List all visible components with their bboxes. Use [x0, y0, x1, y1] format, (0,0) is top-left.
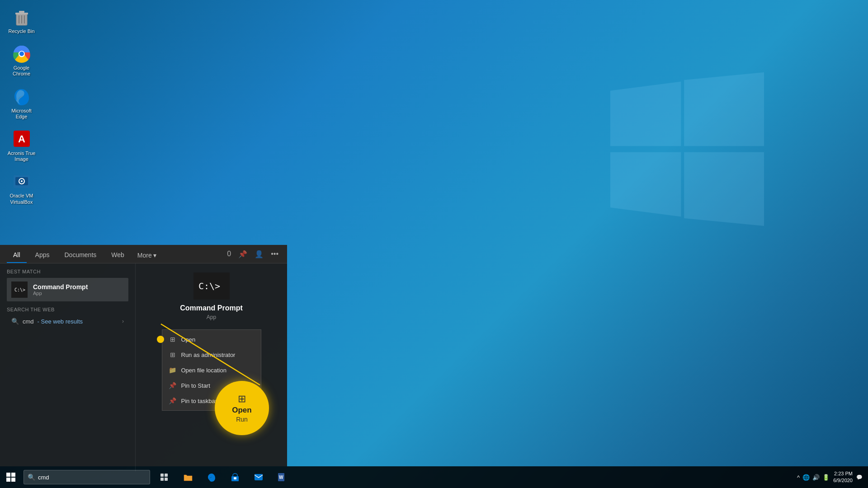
microsoft-edge-label: Microsoft Edge — [7, 108, 36, 120]
battery-icon[interactable]: 🔋 — [822, 474, 830, 481]
right-panel: C:\> Command Prompt App ⊞ Open ⊞ — [136, 263, 287, 471]
svg-rect-28 — [11, 478, 15, 482]
desktop-icons: Recycle Bin Google Chrome — [5, 5, 38, 207]
recycle-bin-label: Recycle Bin — [8, 28, 34, 34]
open-callout: ⊞ Open Run — [215, 381, 269, 435]
cmd-icon-large: C:\> — [193, 272, 230, 300]
word-taskbar-icon: W — [278, 473, 287, 482]
folder-icon: 📁 — [169, 366, 177, 374]
cmd-icon-small: C:\> — [11, 282, 28, 298]
svg-rect-29 — [160, 474, 164, 477]
taskbar-search-icon: 🔍 — [28, 474, 35, 481]
callout-open-label: Open — [232, 406, 251, 415]
edge-svg — [13, 87, 31, 105]
search-web-label: Search the web — [7, 307, 128, 312]
svg-point-13 — [19, 52, 24, 56]
app-type: App — [33, 291, 88, 296]
pin-taskbar-icon: 📌 — [169, 397, 177, 404]
feedback-icon[interactable]: 📌 — [236, 249, 249, 259]
svg-rect-27 — [6, 478, 10, 482]
filter-tabs: All Apps Documents Web More ▾ 0 📌 👤 ••• — [0, 245, 287, 263]
desktop: Recycle Bin Google Chrome — [0, 0, 868, 488]
mail-taskbar-icon — [254, 474, 263, 481]
svg-rect-30 — [165, 474, 168, 477]
taskbar-right: ^ 🌐 🔊 🔋 2:23 PM 6/9/2020 💬 — [797, 470, 868, 484]
search-count-badge: 0 — [225, 249, 233, 259]
callout-run-label: Run — [236, 416, 248, 423]
taskbar-search-input[interactable] — [38, 474, 146, 481]
context-menu-open-location[interactable]: 📁 Open file location — [162, 362, 261, 378]
callout-open-icon: ⊞ — [238, 393, 246, 405]
pin-start-label: Pin to Start — [181, 382, 210, 389]
open-location-label: Open file location — [181, 367, 226, 374]
volume-icon[interactable]: 🔊 — [812, 474, 820, 481]
taskbar-search[interactable]: 🔍 — [24, 470, 150, 484]
tab-all[interactable]: All — [7, 248, 27, 263]
windows-start-icon — [6, 473, 15, 482]
tray-arrow[interactable]: ^ — [797, 474, 800, 481]
svg-text:W: W — [279, 475, 283, 480]
admin-icon: ⊞ — [169, 351, 177, 358]
virtualbox-label: Oracle VM VirtualBox — [7, 193, 36, 205]
google-chrome-label: Google Chrome — [7, 65, 36, 77]
tab-icon-group: 0 📌 👤 ••• — [225, 249, 280, 262]
best-match-info: Command Prompt App — [33, 283, 88, 296]
svg-rect-26 — [11, 473, 15, 477]
open-icon: ⊞ — [169, 336, 177, 343]
svg-rect-25 — [6, 473, 10, 477]
recycle-bin-icon[interactable]: Recycle Bin — [5, 5, 38, 37]
left-panel: Best match C:\> Command Prompt App — [0, 263, 136, 471]
context-menu-open[interactable]: ⊞ Open — [162, 332, 261, 347]
tab-more[interactable]: More ▾ — [133, 248, 161, 263]
search-web-section: Search the web 🔍 cmd - See web results › — [7, 307, 128, 328]
best-match-item[interactable]: C:\> Command Prompt App — [7, 278, 128, 301]
app-name: Command Prompt — [33, 283, 88, 291]
svg-text:C:\>: C:\> — [198, 281, 220, 291]
svg-rect-35 — [255, 474, 263, 480]
task-view-icon — [160, 474, 169, 481]
search-web-item[interactable]: 🔍 cmd - See web results › — [7, 315, 128, 328]
svg-marker-3 — [684, 152, 764, 226]
svg-point-19 — [21, 180, 23, 182]
context-menu-run-admin[interactable]: ⊞ Run as administrator — [162, 347, 261, 362]
tab-apps[interactable]: Apps — [29, 248, 56, 263]
notification-button[interactable]: 💬 — [856, 474, 863, 480]
taskbar-clock[interactable]: 2:23 PM 6/9/2020 — [833, 470, 853, 484]
store-taskbar-icon — [231, 473, 240, 482]
open-label: Open — [181, 336, 196, 343]
search-web-query: cmd — [23, 318, 34, 325]
settings-icon[interactable]: 👤 — [253, 249, 265, 259]
svg-marker-0 — [610, 81, 681, 146]
run-admin-label: Run as administrator — [181, 352, 236, 358]
recycle-bin-svg — [13, 8, 31, 26]
best-match-label: Best match — [7, 269, 128, 274]
svg-marker-2 — [610, 152, 681, 217]
acronis-icon[interactable]: A Acronis True Image — [5, 127, 38, 164]
svg-text:A: A — [18, 133, 25, 145]
pin-taskbar-label: Pin to taskbar — [181, 398, 217, 404]
date-display: 6/9/2020 — [833, 477, 853, 484]
chrome-svg — [13, 45, 31, 63]
svg-rect-31 — [160, 478, 164, 481]
search-web-icon: 🔍 — [11, 318, 19, 325]
yellow-dot-indicator — [157, 336, 164, 343]
edge-taskbar-icon — [207, 473, 216, 482]
virtualbox-icon[interactable]: Oracle VM VirtualBox — [5, 169, 38, 207]
google-chrome-icon[interactable]: Google Chrome — [5, 41, 38, 79]
start-menu: All Apps Documents Web More ▾ 0 📌 👤 ••• … — [0, 245, 287, 466]
search-web-arrow: › — [122, 318, 124, 324]
tab-documents[interactable]: Documents — [58, 248, 103, 263]
svg-rect-6 — [19, 11, 24, 13]
network-icon[interactable]: 🌐 — [802, 474, 810, 481]
tab-web[interactable]: Web — [105, 248, 131, 263]
cmd-icon-svg: C:\> — [13, 285, 26, 294]
more-options-icon[interactable]: ••• — [269, 249, 280, 259]
microsoft-edge-icon[interactable]: Microsoft Edge — [5, 84, 38, 122]
system-tray-icons: ^ 🌐 🔊 🔋 — [797, 474, 830, 481]
file-explorer-icon — [184, 473, 193, 481]
search-content: Best match C:\> Command Prompt App — [0, 263, 287, 471]
pin-start-icon: 📌 — [169, 382, 177, 389]
svg-text:C:\>: C:\> — [14, 287, 25, 292]
svg-rect-5 — [15, 13, 28, 14]
windows-logo-watermark — [610, 72, 764, 226]
